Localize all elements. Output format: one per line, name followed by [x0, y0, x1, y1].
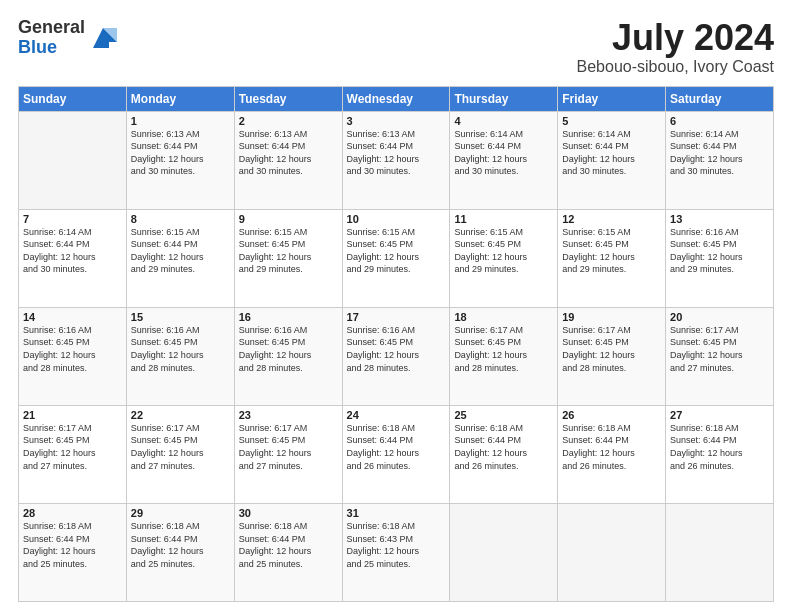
table-row: 10Sunrise: 6:15 AM Sunset: 6:45 PM Dayli…	[342, 209, 450, 307]
day-info: Sunrise: 6:15 AM Sunset: 6:45 PM Dayligh…	[239, 226, 338, 276]
table-row: 11Sunrise: 6:15 AM Sunset: 6:45 PM Dayli…	[450, 209, 558, 307]
table-row	[450, 503, 558, 601]
day-number: 14	[23, 311, 122, 323]
table-row: 2Sunrise: 6:13 AM Sunset: 6:44 PM Daylig…	[234, 111, 342, 209]
table-row: 29Sunrise: 6:18 AM Sunset: 6:44 PM Dayli…	[126, 503, 234, 601]
table-row	[19, 111, 127, 209]
day-info: Sunrise: 6:13 AM Sunset: 6:44 PM Dayligh…	[347, 128, 446, 178]
day-number: 9	[239, 213, 338, 225]
table-row: 30Sunrise: 6:18 AM Sunset: 6:44 PM Dayli…	[234, 503, 342, 601]
table-row: 19Sunrise: 6:17 AM Sunset: 6:45 PM Dayli…	[558, 307, 666, 405]
day-info: Sunrise: 6:16 AM Sunset: 6:45 PM Dayligh…	[239, 324, 338, 374]
day-number: 30	[239, 507, 338, 519]
day-info: Sunrise: 6:18 AM Sunset: 6:44 PM Dayligh…	[562, 422, 661, 472]
day-number: 31	[347, 507, 446, 519]
day-number: 7	[23, 213, 122, 225]
header-tuesday: Tuesday	[234, 86, 342, 111]
day-number: 25	[454, 409, 553, 421]
calendar-week-4: 28Sunrise: 6:18 AM Sunset: 6:44 PM Dayli…	[19, 503, 774, 601]
table-row: 21Sunrise: 6:17 AM Sunset: 6:45 PM Dayli…	[19, 405, 127, 503]
month-title: July 2024	[577, 18, 774, 58]
day-info: Sunrise: 6:18 AM Sunset: 6:44 PM Dayligh…	[239, 520, 338, 570]
day-number: 19	[562, 311, 661, 323]
table-row: 22Sunrise: 6:17 AM Sunset: 6:45 PM Dayli…	[126, 405, 234, 503]
day-number: 28	[23, 507, 122, 519]
calendar-table: Sunday Monday Tuesday Wednesday Thursday…	[18, 86, 774, 602]
logo-general: General	[18, 18, 85, 38]
day-info: Sunrise: 6:18 AM Sunset: 6:44 PM Dayligh…	[347, 422, 446, 472]
calendar-week-1: 7Sunrise: 6:14 AM Sunset: 6:44 PM Daylig…	[19, 209, 774, 307]
table-row: 23Sunrise: 6:17 AM Sunset: 6:45 PM Dayli…	[234, 405, 342, 503]
day-info: Sunrise: 6:16 AM Sunset: 6:45 PM Dayligh…	[23, 324, 122, 374]
table-row: 28Sunrise: 6:18 AM Sunset: 6:44 PM Dayli…	[19, 503, 127, 601]
day-number: 8	[131, 213, 230, 225]
day-info: Sunrise: 6:18 AM Sunset: 6:44 PM Dayligh…	[670, 422, 769, 472]
table-row: 9Sunrise: 6:15 AM Sunset: 6:45 PM Daylig…	[234, 209, 342, 307]
table-row: 16Sunrise: 6:16 AM Sunset: 6:45 PM Dayli…	[234, 307, 342, 405]
day-number: 3	[347, 115, 446, 127]
day-info: Sunrise: 6:16 AM Sunset: 6:45 PM Dayligh…	[670, 226, 769, 276]
day-info: Sunrise: 6:17 AM Sunset: 6:45 PM Dayligh…	[562, 324, 661, 374]
header-sunday: Sunday	[19, 86, 127, 111]
table-row: 20Sunrise: 6:17 AM Sunset: 6:45 PM Dayli…	[666, 307, 774, 405]
calendar-page: General Blue July 2024 Bebouo-sibouo, Iv…	[0, 0, 792, 612]
table-row: 26Sunrise: 6:18 AM Sunset: 6:44 PM Dayli…	[558, 405, 666, 503]
day-number: 27	[670, 409, 769, 421]
day-info: Sunrise: 6:14 AM Sunset: 6:44 PM Dayligh…	[562, 128, 661, 178]
day-info: Sunrise: 6:18 AM Sunset: 6:44 PM Dayligh…	[131, 520, 230, 570]
day-number: 17	[347, 311, 446, 323]
day-info: Sunrise: 6:14 AM Sunset: 6:44 PM Dayligh…	[23, 226, 122, 276]
day-number: 22	[131, 409, 230, 421]
header-friday: Friday	[558, 86, 666, 111]
day-info: Sunrise: 6:13 AM Sunset: 6:44 PM Dayligh…	[131, 128, 230, 178]
day-info: Sunrise: 6:17 AM Sunset: 6:45 PM Dayligh…	[131, 422, 230, 472]
table-row	[666, 503, 774, 601]
day-info: Sunrise: 6:15 AM Sunset: 6:45 PM Dayligh…	[454, 226, 553, 276]
table-row: 31Sunrise: 6:18 AM Sunset: 6:43 PM Dayli…	[342, 503, 450, 601]
table-row: 5Sunrise: 6:14 AM Sunset: 6:44 PM Daylig…	[558, 111, 666, 209]
header-saturday: Saturday	[666, 86, 774, 111]
day-info: Sunrise: 6:17 AM Sunset: 6:45 PM Dayligh…	[670, 324, 769, 374]
table-row: 18Sunrise: 6:17 AM Sunset: 6:45 PM Dayli…	[450, 307, 558, 405]
logo: General Blue	[18, 18, 117, 58]
day-info: Sunrise: 6:18 AM Sunset: 6:43 PM Dayligh…	[347, 520, 446, 570]
day-info: Sunrise: 6:15 AM Sunset: 6:45 PM Dayligh…	[562, 226, 661, 276]
title-block: July 2024 Bebouo-sibouo, Ivory Coast	[577, 18, 774, 76]
table-row: 1Sunrise: 6:13 AM Sunset: 6:44 PM Daylig…	[126, 111, 234, 209]
table-row: 6Sunrise: 6:14 AM Sunset: 6:44 PM Daylig…	[666, 111, 774, 209]
day-number: 1	[131, 115, 230, 127]
day-info: Sunrise: 6:14 AM Sunset: 6:44 PM Dayligh…	[454, 128, 553, 178]
day-info: Sunrise: 6:15 AM Sunset: 6:45 PM Dayligh…	[347, 226, 446, 276]
table-row: 7Sunrise: 6:14 AM Sunset: 6:44 PM Daylig…	[19, 209, 127, 307]
day-number: 15	[131, 311, 230, 323]
day-info: Sunrise: 6:17 AM Sunset: 6:45 PM Dayligh…	[23, 422, 122, 472]
header-thursday: Thursday	[450, 86, 558, 111]
day-info: Sunrise: 6:13 AM Sunset: 6:44 PM Dayligh…	[239, 128, 338, 178]
day-info: Sunrise: 6:18 AM Sunset: 6:44 PM Dayligh…	[23, 520, 122, 570]
table-row: 4Sunrise: 6:14 AM Sunset: 6:44 PM Daylig…	[450, 111, 558, 209]
day-info: Sunrise: 6:16 AM Sunset: 6:45 PM Dayligh…	[131, 324, 230, 374]
day-number: 23	[239, 409, 338, 421]
day-number: 2	[239, 115, 338, 127]
day-info: Sunrise: 6:17 AM Sunset: 6:45 PM Dayligh…	[239, 422, 338, 472]
day-info: Sunrise: 6:16 AM Sunset: 6:45 PM Dayligh…	[347, 324, 446, 374]
day-number: 26	[562, 409, 661, 421]
day-number: 13	[670, 213, 769, 225]
day-number: 11	[454, 213, 553, 225]
table-row: 3Sunrise: 6:13 AM Sunset: 6:44 PM Daylig…	[342, 111, 450, 209]
calendar-week-3: 21Sunrise: 6:17 AM Sunset: 6:45 PM Dayli…	[19, 405, 774, 503]
table-row: 12Sunrise: 6:15 AM Sunset: 6:45 PM Dayli…	[558, 209, 666, 307]
day-number: 5	[562, 115, 661, 127]
day-info: Sunrise: 6:14 AM Sunset: 6:44 PM Dayligh…	[670, 128, 769, 178]
logo-blue: Blue	[18, 38, 85, 58]
table-row: 27Sunrise: 6:18 AM Sunset: 6:44 PM Dayli…	[666, 405, 774, 503]
calendar-header-row: Sunday Monday Tuesday Wednesday Thursday…	[19, 86, 774, 111]
calendar-week-2: 14Sunrise: 6:16 AM Sunset: 6:45 PM Dayli…	[19, 307, 774, 405]
table-row: 25Sunrise: 6:18 AM Sunset: 6:44 PM Dayli…	[450, 405, 558, 503]
day-number: 29	[131, 507, 230, 519]
table-row: 14Sunrise: 6:16 AM Sunset: 6:45 PM Dayli…	[19, 307, 127, 405]
table-row: 13Sunrise: 6:16 AM Sunset: 6:45 PM Dayli…	[666, 209, 774, 307]
day-number: 18	[454, 311, 553, 323]
calendar-week-0: 1Sunrise: 6:13 AM Sunset: 6:44 PM Daylig…	[19, 111, 774, 209]
day-number: 6	[670, 115, 769, 127]
